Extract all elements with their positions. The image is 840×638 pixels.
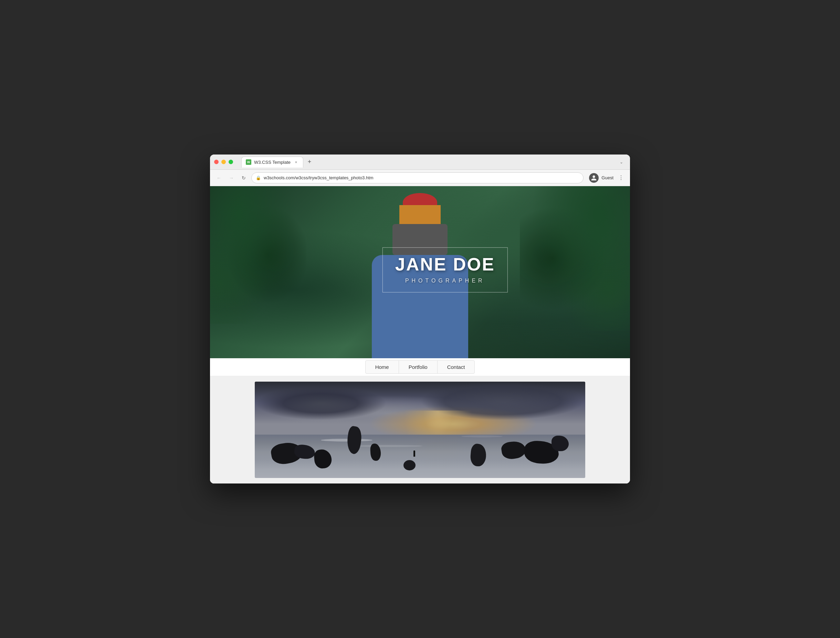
portfolio-section <box>210 376 630 483</box>
minimize-button[interactable] <box>221 160 226 164</box>
url-text: w3schools.com/w3css/tryw3css_templates_p… <box>264 175 579 180</box>
forward-button[interactable]: → <box>226 173 236 183</box>
address-bar: ← → ↻ 🔒 w3schools.com/w3css/tryw3css_tem… <box>210 170 630 186</box>
back-button[interactable]: ← <box>214 173 224 183</box>
browser-window: W W3.CSS Template × + ⌄ ← → ↻ 🔒 w3school… <box>210 155 630 483</box>
close-button[interactable] <box>214 160 218 164</box>
nav-item-contact[interactable]: Contact <box>438 361 475 373</box>
nav-item-home[interactable]: Home <box>365 361 399 373</box>
maximize-button[interactable] <box>229 160 233 164</box>
tab-chevron-icon: ⌄ <box>620 160 623 164</box>
lock-icon: 🔒 <box>256 175 261 180</box>
ocean-scene <box>255 382 585 478</box>
nav-bar: Home Portfolio Contact <box>210 358 630 376</box>
browser-tab[interactable]: W W3.CSS Template × <box>241 156 303 167</box>
url-bar[interactable]: 🔒 w3schools.com/w3css/tryw3css_templates… <box>251 172 584 183</box>
foliage-left <box>210 186 306 324</box>
cloud-1 <box>255 387 387 420</box>
hero-section: JANE DOE PHOTOGRAPHER <box>210 186 630 358</box>
title-bar: W W3.CSS Template × + ⌄ <box>210 155 630 170</box>
tab-area: W W3.CSS Template × + <box>241 156 314 167</box>
wave-1 <box>321 439 372 442</box>
new-tab-button[interactable]: + <box>305 157 314 167</box>
rock-10 <box>403 460 416 471</box>
website-content: JANE DOE PHOTOGRAPHER Home Portfolio Con… <box>210 186 630 483</box>
tab-close-button[interactable]: × <box>293 160 299 165</box>
scene-person-silhouette <box>413 450 415 456</box>
nav-item-portfolio[interactable]: Portfolio <box>399 361 438 373</box>
tab-title: W3.CSS Template <box>254 160 291 165</box>
tab-favicon-icon: W <box>246 160 251 165</box>
more-options-button[interactable]: ⋮ <box>616 173 626 183</box>
profile-area: Guest ⋮ <box>589 173 626 183</box>
profile-icon[interactable] <box>589 173 599 183</box>
foliage-right <box>520 186 630 331</box>
hero-subtitle: PHOTOGRAPHER <box>395 278 495 284</box>
nav-items: Home Portfolio Contact <box>365 360 475 374</box>
reload-button[interactable]: ↻ <box>239 173 248 183</box>
hero-name: JANE DOE <box>395 255 495 274</box>
traffic-lights <box>214 160 233 164</box>
portfolio-image <box>255 382 585 478</box>
hero-text-box: JANE DOE PHOTOGRAPHER <box>383 248 508 292</box>
profile-label: Guest <box>601 175 614 180</box>
